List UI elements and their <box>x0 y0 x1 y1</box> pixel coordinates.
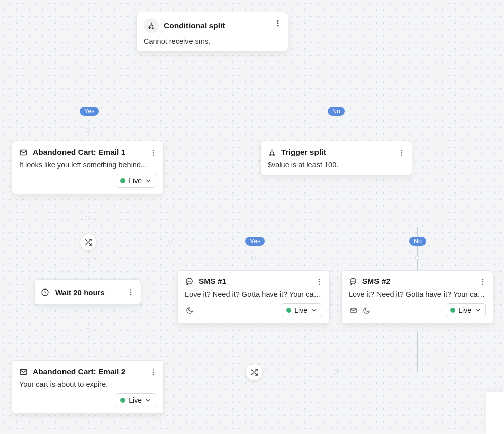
connector <box>212 0 212 12</box>
connection-dot <box>86 216 90 220</box>
svg-point-9 <box>401 155 402 156</box>
connector <box>417 332 418 372</box>
node-title: Conditional split <box>164 21 225 30</box>
svg-point-25 <box>153 372 154 373</box>
more-menu-button[interactable] <box>147 366 159 378</box>
node-title: Wait 20 hours <box>55 288 105 297</box>
status-dropdown[interactable]: Live <box>446 303 486 317</box>
status-label: Live <box>129 396 142 404</box>
connection-dot <box>168 240 172 244</box>
svg-point-2 <box>277 25 278 26</box>
node-description: Cannot receive sms. <box>144 37 281 45</box>
svg-point-15 <box>319 279 320 280</box>
node-title: SMS #1 <box>199 277 226 286</box>
status-label: Live <box>458 306 471 314</box>
email-node-2[interactable]: Abandoned Cart: Email 2 Your cart is abo… <box>12 360 164 414</box>
quiet-hours-icon <box>362 306 371 315</box>
connector <box>88 98 336 98</box>
help-panel-tab[interactable] <box>486 392 504 434</box>
email-node-1[interactable]: Abandoned Cart: Email 1 It looks like yo… <box>12 141 164 194</box>
svg-point-11 <box>130 289 131 290</box>
node-title: Abandoned Cart: Email 1 <box>33 148 125 157</box>
trigger-split-node[interactable]: Trigger split $value is at least 100. <box>260 141 412 175</box>
node-title: SMS #2 <box>362 277 390 286</box>
connection-dot <box>86 258 90 262</box>
more-menu-button[interactable] <box>313 276 325 288</box>
svg-point-12 <box>130 292 131 293</box>
status-dropdown[interactable]: Live <box>282 303 322 317</box>
connector <box>88 305 88 360</box>
merge-node[interactable] <box>245 364 263 381</box>
connection-dot <box>415 256 419 260</box>
connector <box>88 422 88 434</box>
email-icon <box>19 368 28 376</box>
chevron-down-icon <box>145 397 152 404</box>
branch-label-yes: Yes <box>245 237 265 246</box>
email-icon <box>19 148 28 157</box>
status-dropdown[interactable]: Live <box>116 393 156 407</box>
chevron-down-icon <box>310 307 318 314</box>
sms-icon <box>185 277 194 286</box>
node-description: $value is at least 100. <box>268 161 405 169</box>
svg-point-22 <box>482 284 483 285</box>
connector <box>254 227 254 270</box>
chevron-down-icon <box>145 177 152 184</box>
shuffle-icon <box>84 238 92 246</box>
connector <box>417 227 418 270</box>
node-description: Your cart is about to expire. <box>19 380 156 388</box>
more-menu-button[interactable] <box>272 17 284 29</box>
branch-label-no: No <box>328 107 345 116</box>
svg-point-17 <box>319 284 320 285</box>
svg-point-21 <box>482 281 483 282</box>
connection-dot <box>86 128 90 132</box>
svg-point-13 <box>130 294 131 295</box>
more-menu-button[interactable] <box>396 147 408 159</box>
chevron-down-icon <box>474 307 481 314</box>
split-icon <box>268 148 276 157</box>
connector <box>254 227 418 227</box>
svg-point-16 <box>319 281 320 282</box>
status-indicator-icon <box>286 308 291 313</box>
svg-point-0 <box>277 20 278 21</box>
branch-label-yes: Yes <box>80 107 99 116</box>
more-menu-button[interactable] <box>477 276 489 288</box>
smart-send-icon <box>349 306 358 315</box>
svg-point-8 <box>401 152 402 153</box>
shuffle-icon <box>250 368 258 376</box>
connection-dot <box>334 370 338 374</box>
svg-point-7 <box>401 150 402 151</box>
clock-icon <box>41 288 49 297</box>
merge-node[interactable] <box>80 234 97 251</box>
sms-node-1[interactable]: SMS #1 Love it? Need it? Gotta have it? … <box>177 270 330 324</box>
more-menu-button[interactable] <box>147 147 159 159</box>
node-description: Love it? Need it? Gotta have it? Your ca… <box>185 290 322 298</box>
status-indicator-icon <box>450 308 455 313</box>
more-menu-button[interactable] <box>124 286 137 298</box>
svg-point-26 <box>153 374 154 375</box>
connector <box>336 98 336 141</box>
connector <box>336 183 336 227</box>
status-indicator-icon <box>120 178 125 183</box>
node-description: It looks like you left something behind.… <box>19 161 156 169</box>
connector <box>88 98 88 141</box>
conditional-split-node[interactable]: Conditional split Cannot receive sms. <box>136 12 288 52</box>
status-label: Live <box>294 306 307 314</box>
sms-node-2[interactable]: SMS #2 Love it? Need it? Gotta have it? … <box>341 270 493 324</box>
sms-icon <box>349 277 357 286</box>
branch-label-no: No <box>409 237 426 246</box>
connector <box>212 53 212 98</box>
wait-node[interactable]: Wait 20 hours <box>34 279 141 305</box>
status-label: Live <box>129 177 142 185</box>
quiet-hours-icon <box>185 306 194 315</box>
connector <box>88 242 170 242</box>
flow-canvas[interactable]: Yes No Yes No Conditional split Cannot r… <box>0 0 504 434</box>
svg-point-5 <box>153 152 154 153</box>
connection-dot <box>86 328 90 332</box>
status-indicator-icon <box>120 398 125 403</box>
connection-dot <box>251 256 256 260</box>
svg-point-6 <box>153 155 154 156</box>
connector <box>336 372 336 434</box>
split-icon <box>144 18 159 33</box>
status-dropdown[interactable]: Live <box>116 174 156 188</box>
node-title: Trigger split <box>281 148 326 157</box>
